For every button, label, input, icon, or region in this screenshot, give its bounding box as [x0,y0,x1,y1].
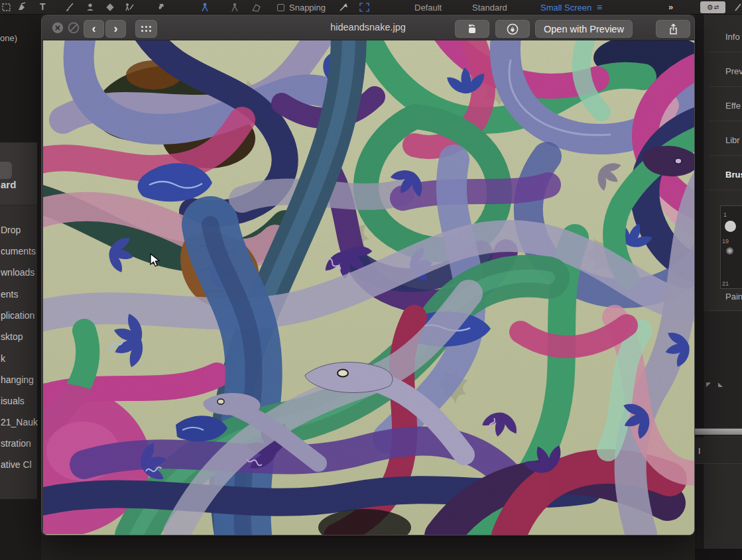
finder-toolbar-button[interactable] [0,162,12,179]
markup-button[interactable] [495,20,530,38]
panel-divider [709,52,742,52]
sidebar-item-airdrop[interactable]: Drop [1,225,21,235]
brush-preview-dot[interactable] [726,247,733,254]
panel-divider [709,310,742,311]
finder-toolbar-fragment: ard [0,142,37,205]
sidebar-item-visuals[interactable]: isuals [1,396,25,406]
sidebar-item-applications[interactable]: plication [1,310,34,321]
share-icon [668,23,679,35]
panel-divider [709,121,742,121]
tab-brushes[interactable]: Brus [725,170,742,180]
toolbar-overflow-chevrons[interactable]: » [668,2,672,13]
retouch-tool-icon[interactable] [123,2,135,13]
panel-divider [709,155,742,156]
chevron-right-icon: › [114,21,118,36]
panel-splitter-handle[interactable] [695,428,742,435]
clipped-tool-icon [735,2,742,13]
rotate-button[interactable] [455,20,489,38]
studio-panel-column: Info Prev Effe Libr Brus 1 19 21 Pain ◤ … [695,0,742,560]
quicklook-window: ‹ › hideandsnake.jpg Open with Preview [41,15,695,535]
window-title: hideandsnake.jpg [330,22,406,32]
pointer-arrow-icon[interactable] [338,2,349,13]
tab-info[interactable]: Info [725,32,740,42]
panel-mini-icon[interactable]: ◤ [706,381,711,388]
markup-pen-icon [507,23,519,35]
finder-window-title-fragment: ard [1,179,16,190]
panel-well: ◤ ◣ [704,311,742,428]
sidebar-item-creative-cloud[interactable]: ative Cl [1,459,32,470]
sidebar-item-changing[interactable]: hanging [1,374,34,385]
open-with-preview-button[interactable]: Open with Preview [535,20,633,38]
snapping-checkbox[interactable] [277,4,284,11]
finder-sidebar: Drop cuments wnloads ents plication skto… [0,205,37,499]
panel-mini-icon[interactable]: ◣ [718,381,723,388]
brush-tool-icon[interactable] [64,2,75,13]
pin-tool-icon[interactable] [156,2,166,13]
panel-divider [709,190,742,190]
swap-arrows-icon: ⇄ [714,4,719,11]
chevron-left-icon: ‹ [92,21,96,36]
tab-library[interactable]: Libr [725,135,740,145]
warp-tool-icon[interactable] [251,2,263,13]
tab-effects[interactable]: Effe [725,101,741,111]
mouse-cursor [150,253,160,270]
snapping-label: Snapping [289,3,326,13]
screen: T Snapping Default Standard Small Screen… [0,0,742,560]
panel-divider [709,86,742,87]
sidebar-item-illustration[interactable]: stration [1,438,31,449]
text-tool-icon[interactable]: T [40,1,46,12]
preset-small-screen[interactable]: Small Screen [540,3,591,13]
sidebar-item-desktop[interactable]: sktop [1,331,23,342]
studio-panel: Info Prev Effe Libr Brus 1 19 21 Pain ◤ … [703,15,742,560]
brush-size-label: 1 [723,211,727,218]
grid-icon [141,26,152,32]
sidebar-item-downloads[interactable]: wnloads [1,267,34,278]
sidebar-item-nauk[interactable]: 21_Nauk [1,417,38,427]
quicklook-titlebar[interactable]: ‹ › hideandsnake.jpg Open with Preview [42,15,694,40]
fullscreen-icon[interactable] [359,2,370,13]
zoom-disabled-icon[interactable] [68,22,80,34]
node-tool-icon-active[interactable] [199,2,211,13]
sidebar-item-recents[interactable]: ents [1,289,18,300]
image-preview [43,40,694,535]
sidebar-item-work[interactable]: k [1,353,5,364]
brush-list: 1 19 21 [720,205,742,289]
marquee-tool-icon[interactable] [1,2,11,12]
sidebar-item-documents[interactable]: cuments [1,246,36,256]
preset-default[interactable]: Default [414,3,442,13]
share-button[interactable] [656,20,690,38]
close-icon[interactable] [52,22,64,34]
next-button[interactable]: › [105,20,126,38]
eraser-tool-icon[interactable] [105,2,115,13]
app-toolbar: T Snapping Default Standard Small Screen… [0,0,742,15]
panel-field-row: I [695,437,742,464]
clone-stamp-icon[interactable] [85,2,95,13]
brush-size-label: 19 [722,238,729,245]
artwork-snakes [43,40,694,535]
left-background-strip: one) ard Drop cuments wnloads ents plica… [0,15,41,560]
preset-menu-icon[interactable]: ≡ [597,2,602,13]
app-dropdown-fragment: one) [0,33,17,43]
pen-tool-icon[interactable] [17,2,27,13]
node-tool-icon[interactable] [229,2,241,13]
tab-preview[interactable]: Prev [725,66,742,76]
panel-bottom-strip [695,549,742,560]
rotate-left-icon [465,23,479,34]
grid-view-button[interactable] [135,20,157,38]
preferences-sync-button[interactable]: ⚙⇄ [700,1,725,13]
text-cursor-mark: I [698,447,700,456]
preset-standard[interactable]: Standard [472,3,507,13]
tab-paint[interactable]: Pain [725,292,742,302]
brush-size-label: 21 [722,280,729,287]
brush-preview-dot[interactable] [725,221,736,232]
gear-icon: ⚙ [707,3,713,12]
previous-button[interactable]: ‹ [84,20,104,38]
